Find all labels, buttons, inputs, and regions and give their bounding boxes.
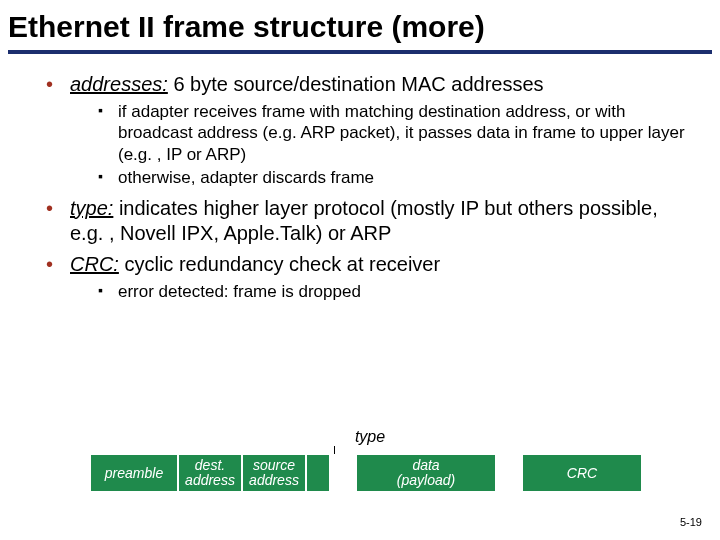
bullet-text: 6 byte source/destination MAC addresses [168,73,544,95]
bullet-text: indicates higher layer protocol (mostly … [70,197,658,244]
sub-item: error detected: frame is dropped [104,281,690,302]
bullet-crc: CRC: cyclic redundancy check at receiver… [54,252,690,302]
type-tick [334,446,335,454]
frame-row: preamble dest.address sourceaddress data… [90,454,650,492]
sub-list: if adapter receives frame with matching … [70,101,690,188]
sub-list: error detected: frame is dropped [70,281,690,302]
bullet-lead: addresses: [70,73,168,95]
gap [330,454,356,492]
cell-preamble: preamble [90,454,178,492]
sub-item: if adapter receives frame with matching … [104,101,690,165]
sub-item: otherwise, adapter discards frame [104,167,690,188]
bullet-type: type: indicates higher layer protocol (m… [54,196,690,246]
bullet-list: addresses: 6 byte source/destination MAC… [30,72,690,302]
bullet-text: cyclic redundancy check at receiver [119,253,440,275]
cell-source-address: sourceaddress [242,454,306,492]
cell-dest-address: dest.address [178,454,242,492]
cell-type [306,454,330,492]
bullet-lead: CRC: [70,253,119,275]
cell-crc: CRC [522,454,642,492]
gap [496,454,522,492]
content-area: addresses: 6 byte source/destination MAC… [0,72,720,302]
cell-data-payload: data(payload) [356,454,496,492]
bullet-lead: type: [70,197,113,219]
title-underline [8,50,712,54]
type-field-label: type [90,428,650,446]
page-number: 5-19 [680,516,702,528]
slide-title: Ethernet II frame structure (more) [0,0,720,50]
frame-diagram: type preamble dest.address sourceaddress… [90,428,650,492]
bullet-addresses: addresses: 6 byte source/destination MAC… [54,72,690,188]
